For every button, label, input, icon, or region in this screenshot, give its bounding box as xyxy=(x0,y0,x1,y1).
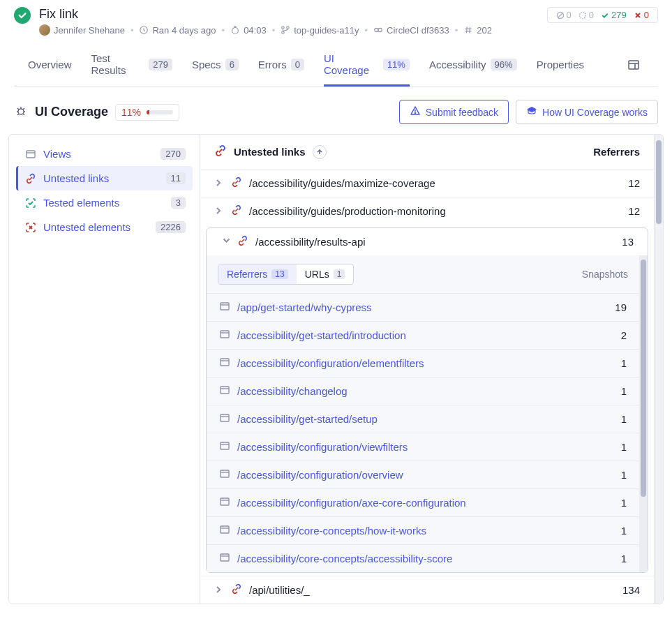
svg-point-4 xyxy=(282,27,285,29)
panel-toggle-icon[interactable] xyxy=(623,54,644,77)
window-icon xyxy=(219,468,230,481)
table-row[interactable]: /accessibility/guides/maximize-coverage … xyxy=(200,169,654,197)
sidebar-item-tested-elements[interactable]: Tested elements 3 xyxy=(16,190,193,215)
window-icon xyxy=(219,524,230,537)
svg-line-12 xyxy=(470,27,470,33)
chevron-right-icon[interactable] xyxy=(214,177,225,189)
chevron-right-icon[interactable] xyxy=(214,584,225,596)
subtab-referrers[interactable]: Referrers 13 xyxy=(218,264,297,284)
window-icon xyxy=(219,412,230,426)
avatar xyxy=(39,24,50,36)
page-title: UI Coverage xyxy=(35,105,108,119)
ci-icon xyxy=(373,25,383,35)
svg-line-27 xyxy=(17,114,19,115)
submit-feedback-button[interactable]: Submit feedback xyxy=(399,100,509,124)
referrer-row[interactable]: /accessibility/configuration/elementfilt… xyxy=(207,349,639,377)
untested-link-icon xyxy=(237,235,248,248)
window-icon xyxy=(219,329,230,342)
clock-icon xyxy=(139,25,149,35)
sort-button[interactable] xyxy=(313,145,327,159)
referrer-row[interactable]: /accessibility/configuration/overview 1 xyxy=(207,461,639,488)
author: Jennifer Shehane xyxy=(39,24,125,36)
sidebar-item-views[interactable]: Views 270 xyxy=(16,142,193,166)
svg-point-8 xyxy=(378,28,382,31)
tab-specs[interactable]: Specs6 xyxy=(192,52,239,81)
svg-rect-52 xyxy=(221,526,229,533)
svg-rect-36 xyxy=(221,303,229,310)
tab-properties[interactable]: Properties xyxy=(537,52,584,81)
referrer-row[interactable]: /accessibility/core-concepts/accessibili… xyxy=(207,544,639,572)
tab-ui-coverage[interactable]: UI Coverage11% xyxy=(324,45,410,87)
coverage-icon xyxy=(14,104,28,120)
ci-info[interactable]: CircleCI df3633 xyxy=(373,25,449,36)
referrer-row[interactable]: /accessibility/get-started/setup 1 xyxy=(207,405,639,433)
untested-link-icon xyxy=(214,144,227,159)
svg-rect-44 xyxy=(221,414,229,421)
svg-rect-48 xyxy=(221,470,229,477)
svg-rect-50 xyxy=(221,498,229,505)
referrer-row[interactable]: /accessibility/changelog 1 xyxy=(207,377,639,405)
window-icon xyxy=(219,440,230,454)
branch[interactable]: top-guides-a11y xyxy=(281,25,359,36)
graduation-icon xyxy=(526,105,537,119)
tab-test-results[interactable]: Test Results279 xyxy=(91,45,172,87)
svg-rect-18 xyxy=(629,61,639,69)
svg-rect-42 xyxy=(221,387,229,394)
scrollbar-thumb[interactable] xyxy=(641,260,646,497)
status-pass-icon xyxy=(14,7,31,24)
subtab-urls[interactable]: URLs 1 xyxy=(297,264,354,284)
count-skipped: 0 xyxy=(553,10,574,20)
window-icon xyxy=(25,149,36,160)
tab-overview[interactable]: Overview xyxy=(28,52,72,81)
referrer-row[interactable]: /accessibility/configuration/axe-core-co… xyxy=(207,488,639,516)
chevron-right-icon[interactable] xyxy=(214,205,225,217)
duration: 04:03 xyxy=(230,25,267,36)
window-icon xyxy=(219,496,230,509)
untested-link-icon xyxy=(231,204,242,218)
table-row[interactable]: /api/utilities/_ 134 xyxy=(200,576,654,604)
svg-line-26 xyxy=(23,108,24,110)
tab-errors[interactable]: Errors0 xyxy=(258,52,304,81)
svg-rect-38 xyxy=(221,331,229,338)
ran-time: Ran 4 days ago xyxy=(139,25,216,36)
referrer-row[interactable]: /accessibility/core-concepts/how-it-work… xyxy=(207,516,639,544)
svg-rect-46 xyxy=(221,442,229,449)
svg-point-5 xyxy=(282,31,285,34)
table-row[interactable]: /accessibility/results-api 13 xyxy=(207,228,648,255)
referrer-row[interactable]: /accessibility/configuration/viewfilters… xyxy=(207,433,639,461)
sub-tab-group: Referrers 13 URLs 1 xyxy=(218,264,354,285)
alert-icon xyxy=(410,105,421,119)
referrer-row[interactable]: /app/get-started/why-cypress 19 xyxy=(207,293,639,321)
scrollbar-thumb[interactable] xyxy=(656,140,662,224)
scrollbar-inner[interactable] xyxy=(639,255,648,572)
svg-point-15 xyxy=(579,12,585,18)
hash-icon xyxy=(463,25,473,35)
count-failed: 0 xyxy=(631,10,652,20)
untested-element-icon xyxy=(25,222,36,233)
how-it-works-button[interactable]: How UI Coverage works xyxy=(516,100,658,124)
table-header-referrers: Referrers xyxy=(570,146,640,158)
chevron-down-icon[interactable] xyxy=(221,237,232,248)
sidebar: Views 270 Untested links 11 Tested eleme… xyxy=(8,134,200,604)
window-icon xyxy=(219,384,230,398)
table-row[interactable]: /accessibility/guides/production-monitor… xyxy=(200,197,654,225)
sidebar-item-untested-links[interactable]: Untested links 11 xyxy=(16,166,193,190)
run-title: Fix link xyxy=(39,7,492,22)
svg-point-7 xyxy=(375,28,378,31)
run-number[interactable]: 202 xyxy=(463,25,492,36)
referrer-row[interactable]: /accessibility/get-started/introduction … xyxy=(207,321,639,349)
coverage-bar xyxy=(147,110,173,114)
snapshots-label: Snapshots xyxy=(582,269,628,280)
tabs: Overview Test Results279 Specs6 Errors0 … xyxy=(14,45,658,87)
scrollbar-outer[interactable] xyxy=(654,135,663,604)
coverage-pct-badge: 11% xyxy=(115,104,179,121)
svg-point-21 xyxy=(18,109,24,114)
svg-rect-40 xyxy=(221,359,229,366)
sidebar-item-untested-elements[interactable]: Untested elements 2226 xyxy=(16,215,193,239)
svg-line-28 xyxy=(23,114,24,115)
stopwatch-icon xyxy=(230,25,240,35)
tab-accessibility[interactable]: Accessibility96% xyxy=(429,52,517,81)
svg-point-6 xyxy=(287,27,290,29)
untested-link-icon xyxy=(231,583,242,597)
svg-line-14 xyxy=(558,13,562,17)
